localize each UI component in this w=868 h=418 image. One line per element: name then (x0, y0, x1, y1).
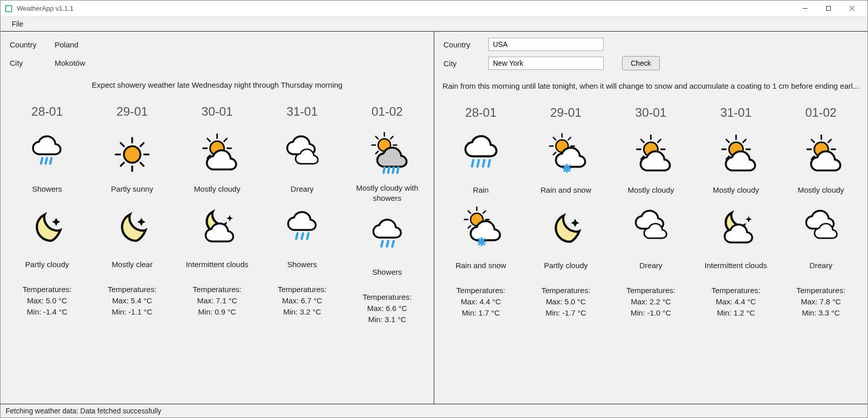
dreary-icon (628, 203, 674, 254)
maximize-button[interactable] (816, 1, 840, 16)
rain-icon (458, 130, 504, 181)
moon-clear-icon (109, 202, 155, 253)
right-day-2: 30-01Mostly cloudyDrearyTemperatures:Max… (612, 106, 689, 399)
temps-heading: Temperatures: (711, 285, 760, 296)
date-label: 01-02 (805, 106, 836, 120)
temperatures: Temperatures:Max: 5.0 °CMin: -1.7 °C (541, 285, 590, 318)
date-label: 28-01 (465, 106, 497, 120)
temperatures: Temperatures:Max: 4.4 °CMin: 1.2 °C (711, 285, 760, 318)
temps-heading: Temperatures: (363, 292, 412, 303)
partly-cloudy-icon (713, 130, 759, 181)
close-button[interactable] (840, 1, 863, 16)
right-day-4: 01-02Mostly cloudyDrearyTemperatures:Max… (783, 106, 859, 399)
temp-max: Max: 4.4 °C (456, 296, 505, 307)
temp-min: Min: 3.3 °C (797, 307, 846, 319)
date-label: 31-01 (720, 106, 751, 120)
date-label: 28-01 (32, 104, 63, 119)
cloud-rain-icon (364, 210, 410, 261)
app-window: WeatherApp v1.1.1 File Country Poland Ci… (0, 0, 868, 418)
moon-clear-icon (24, 202, 70, 253)
temps-heading: Temperatures: (278, 284, 327, 295)
date-label: 01-02 (371, 104, 403, 119)
temps-heading: Temperatures: (108, 284, 157, 295)
right-panel: Country City Check Rain from this mornin… (434, 32, 867, 404)
date-label: 31-01 (286, 104, 317, 119)
country-input[interactable] (488, 38, 604, 51)
menubar: File (1, 17, 867, 31)
temp-max: Max: 2.2 °C (627, 296, 676, 307)
day-condition: Mostly cloudy (193, 180, 241, 202)
left-country-value: Poland (55, 40, 79, 49)
temp-min: Min: -1.7 °C (541, 307, 590, 319)
app-icon (5, 5, 13, 13)
dreary-icon (279, 129, 325, 180)
date-label: 29-01 (550, 106, 581, 120)
right-day-1: 29-01Rain and snowPartly cloudyTemperatu… (528, 106, 604, 399)
temp-min: Min: 3.2 °C (278, 306, 327, 318)
temp-max: Max: 6.7 °C (278, 295, 327, 306)
temperatures: Temperatures:Max: 5.0 °CMin: -1.4 °C (22, 284, 71, 317)
left-panel: Country Poland City Mokotów Expect showe… (1, 32, 434, 404)
temps-heading: Temperatures: (22, 284, 71, 295)
status-text: Fetching weather data: Data fetched succ… (6, 407, 161, 415)
night-condition: Partly cloudy (543, 254, 589, 276)
statusbar: Fetching weather data: Data fetched succ… (1, 404, 867, 417)
sunny-icon (109, 129, 155, 180)
temp-min: Min: -1.0 °C (627, 307, 676, 319)
night-condition: Mostly clear (111, 253, 154, 275)
menu-file[interactable]: File (7, 18, 29, 30)
temp-min: Min: -1.4 °C (22, 306, 71, 318)
temperatures: Temperatures:Max: 7.1 °CMin: 0.9 °C (193, 284, 242, 317)
night-condition: Dreary (808, 254, 833, 276)
left-day-4: 01-02Mostly cloudy with showersShowersTe… (349, 104, 426, 399)
temperatures: Temperatures:Max: 6.7 °CMin: 3.2 °C (278, 284, 327, 317)
titlebar: WeatherApp v1.1.1 (1, 1, 867, 17)
temp-min: Min: 1.7 °C (456, 307, 505, 319)
right-day-0: 28-01RainRain and snowTemperatures:Max: … (442, 106, 519, 399)
temp-max: Max: 4.4 °C (711, 296, 760, 307)
right-summary: Rain from this morning until late tonigh… (434, 80, 867, 95)
date-label: 30-01 (635, 106, 666, 120)
dreary-icon (798, 203, 844, 254)
sun-cloud-snow-icon (543, 130, 589, 181)
date-label: 30-01 (202, 104, 233, 119)
temperatures: Temperatures:Max: 4.4 °CMin: 1.7 °C (456, 285, 505, 318)
temp-min: Min: 0.9 °C (193, 306, 242, 318)
moon-cloud-icon (713, 203, 759, 254)
moon-cloud-icon (194, 202, 240, 253)
temperatures: Temperatures:Max: 6.6 °CMin: 3.1 °C (363, 292, 412, 325)
minimize-button[interactable] (793, 1, 816, 16)
night-condition: Dreary (638, 254, 663, 276)
night-condition: Showers (286, 253, 318, 275)
day-condition: Dreary (290, 180, 315, 202)
left-country-label: Country (10, 40, 55, 49)
temp-max: Max: 6.6 °C (363, 303, 412, 314)
left-day-3: 31-01DrearyShowersTemperatures:Max: 6.7 … (264, 104, 340, 399)
partly-cloudy-icon (798, 130, 844, 181)
day-condition: Rain (472, 181, 490, 203)
left-day-1: 29-01Partly sunnyMostly clearTemperature… (94, 104, 170, 399)
night-condition: Rain and snow (455, 254, 507, 276)
day-condition: Partly sunny (110, 180, 155, 202)
temp-max: Max: 7.1 °C (193, 295, 242, 306)
right-country-label: Country (443, 40, 488, 49)
night-condition: Showers (371, 261, 403, 282)
temps-heading: Temperatures: (797, 285, 846, 296)
moon-clear-icon (543, 203, 589, 254)
temp-max: Max: 5.0 °C (22, 295, 71, 306)
day-condition: Mostly cloudy (712, 181, 760, 203)
temps-heading: Temperatures: (193, 284, 242, 295)
partly-cloudy-icon (628, 130, 674, 181)
city-input[interactable] (488, 57, 604, 70)
temp-max: Max: 7.8 °C (797, 296, 846, 307)
right-city-label: City (443, 59, 488, 68)
night-condition: Intermittent clouds (704, 254, 768, 276)
left-day-2: 30-01Mostly cloudyIntermittent cloudsTem… (179, 104, 255, 399)
temps-heading: Temperatures: (541, 285, 590, 296)
temp-min: Min: 3.1 °C (363, 314, 412, 325)
check-button[interactable]: Check (622, 56, 660, 70)
sun-cloud-snow-icon (458, 203, 504, 254)
day-condition: Mostly cloudy with showers (349, 180, 426, 210)
left-day-0: 28-01ShowersPartly cloudyTemperatures:Ma… (9, 104, 85, 399)
partly-showers-icon (364, 129, 410, 180)
